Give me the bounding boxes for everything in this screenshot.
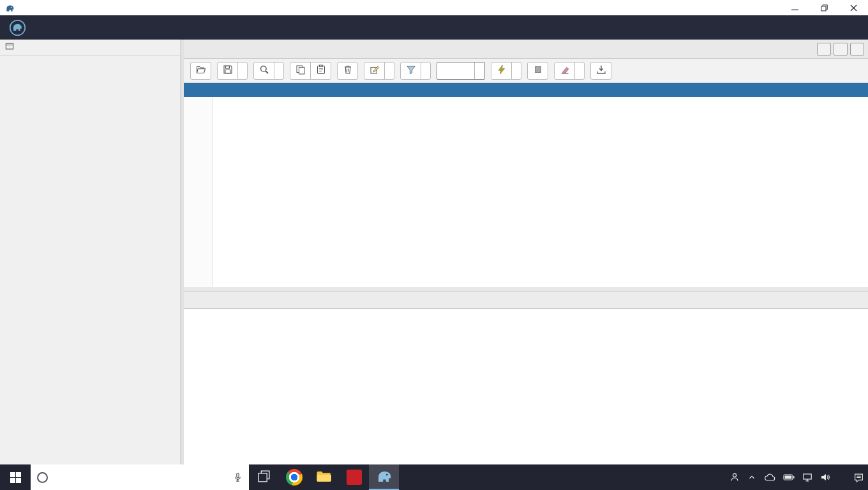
pgadmin-taskbar-icon bbox=[376, 468, 393, 487]
cortana-icon bbox=[37, 472, 48, 483]
save-icon bbox=[223, 64, 233, 77]
query-toolbar bbox=[184, 59, 868, 83]
clear-button-group bbox=[554, 62, 585, 80]
search-icon bbox=[259, 64, 269, 77]
chrome-icon bbox=[286, 469, 303, 486]
edit-button[interactable] bbox=[364, 62, 385, 80]
save-dropdown-button[interactable] bbox=[237, 62, 248, 80]
browser-sidebar bbox=[0, 40, 181, 464]
open-file-button[interactable] bbox=[190, 62, 211, 80]
taskbar-app-chrome[interactable] bbox=[279, 464, 309, 490]
execute-query-button[interactable] bbox=[491, 62, 512, 80]
edit-button-group bbox=[364, 62, 394, 80]
clear-query-button[interactable] bbox=[554, 62, 575, 80]
taskbar-app-explorer[interactable] bbox=[309, 464, 339, 490]
execute-dropdown-button[interactable] bbox=[511, 62, 521, 80]
paste-button[interactable] bbox=[310, 62, 331, 80]
task-view-icon bbox=[257, 470, 271, 486]
copy-paste-group bbox=[290, 62, 331, 80]
system-tray bbox=[730, 464, 868, 490]
browser-tree bbox=[0, 56, 180, 61]
restore-button[interactable] bbox=[809, 0, 839, 15]
execute-button-group bbox=[491, 62, 521, 80]
copy-icon bbox=[296, 64, 306, 77]
messages-panel bbox=[184, 309, 868, 464]
battery-icon[interactable] bbox=[783, 473, 795, 481]
acrobat-icon bbox=[347, 470, 362, 485]
find-button-group bbox=[253, 62, 284, 80]
trash-icon bbox=[343, 64, 353, 77]
filter-icon bbox=[406, 64, 416, 77]
people-icon[interactable] bbox=[730, 472, 740, 482]
save-button-group bbox=[217, 62, 248, 80]
editor-code-area[interactable] bbox=[213, 97, 868, 287]
taskbar-search-box[interactable] bbox=[31, 464, 249, 490]
window-controls bbox=[780, 0, 868, 15]
tab-navigation bbox=[813, 40, 868, 58]
find-button[interactable] bbox=[253, 62, 274, 80]
tab-close-button[interactable] bbox=[850, 43, 864, 56]
file-explorer-icon bbox=[316, 470, 332, 486]
search-input[interactable] bbox=[54, 473, 227, 482]
clear-dropdown-button[interactable] bbox=[574, 62, 585, 80]
pgadmin-app-icon bbox=[5, 3, 15, 13]
start-button[interactable] bbox=[0, 464, 31, 490]
taskbar-apps bbox=[249, 464, 399, 490]
taskbar-app-pgadmin[interactable] bbox=[369, 464, 399, 490]
content-area bbox=[0, 40, 868, 464]
copy-button[interactable] bbox=[290, 62, 311, 80]
browser-icon bbox=[5, 42, 14, 53]
filter-dropdown-button[interactable] bbox=[421, 62, 431, 80]
delete-button[interactable] bbox=[337, 62, 358, 80]
edit-pencil-icon bbox=[370, 64, 380, 77]
app-menubar bbox=[0, 15, 868, 40]
action-center-icon[interactable] bbox=[853, 472, 864, 483]
close-button[interactable] bbox=[839, 0, 868, 15]
document-tabbar bbox=[184, 40, 868, 59]
tab-scroll-right-button[interactable] bbox=[834, 43, 848, 56]
row-limit-select[interactable] bbox=[437, 62, 485, 80]
eraser-icon bbox=[560, 64, 570, 77]
minimize-button[interactable] bbox=[780, 0, 809, 15]
pgadmin-logo-icon bbox=[9, 19, 26, 36]
stop-icon bbox=[533, 64, 543, 77]
edit-dropdown-button[interactable] bbox=[384, 62, 394, 80]
save-button[interactable] bbox=[217, 62, 238, 80]
windows-taskbar bbox=[0, 464, 868, 490]
main-panel bbox=[184, 40, 868, 464]
microphone-icon[interactable] bbox=[233, 472, 243, 483]
pgadmin-window bbox=[0, 0, 868, 490]
execute-lightning-icon bbox=[497, 64, 507, 77]
hidden-icons-chevron[interactable] bbox=[747, 473, 756, 482]
browser-panel-header bbox=[0, 40, 180, 56]
taskbar-app-acrobat[interactable] bbox=[339, 464, 369, 490]
paste-icon bbox=[316, 64, 326, 77]
find-dropdown-button[interactable] bbox=[274, 62, 284, 80]
task-view-button[interactable] bbox=[249, 464, 279, 490]
tab-scroll-left-button[interactable] bbox=[817, 43, 831, 56]
window-titlebar bbox=[0, 0, 868, 15]
download-icon bbox=[596, 64, 606, 77]
download-results-button[interactable] bbox=[590, 62, 611, 80]
output-tabbar bbox=[184, 291, 868, 309]
cancel-query-button[interactable] bbox=[527, 62, 548, 80]
connection-status-bar bbox=[184, 83, 868, 97]
network-icon[interactable] bbox=[802, 472, 812, 482]
sql-editor[interactable] bbox=[184, 97, 868, 287]
windows-logo-icon bbox=[10, 472, 21, 483]
editor-gutter bbox=[184, 97, 213, 287]
filter-button-group bbox=[400, 62, 431, 80]
filter-button[interactable] bbox=[400, 62, 421, 80]
folder-open-icon bbox=[196, 64, 206, 77]
row-limit-value bbox=[437, 63, 474, 79]
chevron-down-icon bbox=[474, 63, 484, 79]
onedrive-cloud-icon[interactable] bbox=[764, 473, 775, 482]
volume-icon[interactable] bbox=[820, 472, 830, 482]
pgadmin-brand bbox=[9, 19, 32, 36]
